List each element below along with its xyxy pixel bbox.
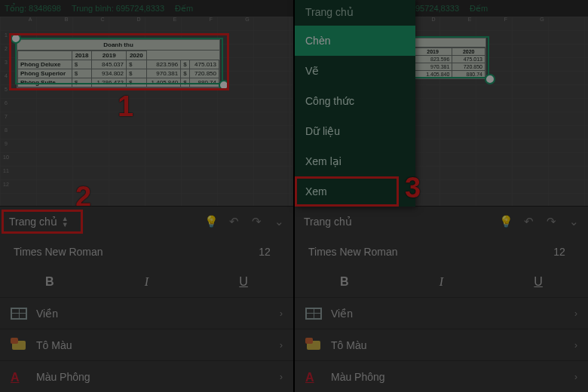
avg-stat: Trung bình: 695724,8333 <box>72 4 164 13</box>
font-color-icon: A <box>11 371 27 383</box>
chevron-right-icon: › <box>280 372 283 382</box>
borders-icon <box>305 308 322 320</box>
font-color-icon: A <box>305 371 322 383</box>
chevron-right-icon: › <box>280 308 283 319</box>
menu-header: Trang chủ <box>295 0 415 26</box>
bold-button[interactable]: B <box>340 275 349 289</box>
lightbulb-icon[interactable]: 💡 <box>498 213 514 230</box>
callout-3: 3 <box>405 172 421 204</box>
menu-item-data[interactable]: Dữ liệu <box>295 116 415 146</box>
font-name[interactable]: Times New Roman <box>14 246 250 258</box>
undo-icon[interactable]: ↶ <box>520 213 537 230</box>
tab-menu: Trang chủ Chèn Vẽ Công thức Dữ liệu Xem … <box>295 0 415 207</box>
font-color-item[interactable]: AMàu Phông› <box>295 360 588 392</box>
menu-item-insert[interactable]: Chèn <box>295 26 415 56</box>
redo-icon[interactable]: ↷ <box>543 213 559 230</box>
fill-icon <box>305 339 322 351</box>
callout-2-box <box>2 210 83 234</box>
status-bar: Tổng: 8348698 Trung bình: 695724,8333 Đế… <box>0 0 293 17</box>
borders-item[interactable]: Viền› <box>0 297 293 329</box>
fill-icon <box>11 339 27 351</box>
menu-item-draw[interactable]: Vẽ <box>295 56 415 86</box>
italic-button[interactable]: I <box>145 275 149 289</box>
selection-handle-br[interactable] <box>485 74 495 84</box>
redo-icon[interactable]: ↷ <box>248 213 265 230</box>
callout-2: 2 <box>75 181 91 206</box>
spreadsheet-area[interactable]: ABCDEFG 123456789101112 Doanh thu 201820… <box>0 17 293 206</box>
menu-item-review[interactable]: Xem lại <box>295 146 415 176</box>
underline-button[interactable]: U <box>239 275 248 289</box>
italic-button[interactable]: I <box>439 275 443 289</box>
collapse-icon[interactable]: ⌄ <box>565 213 582 230</box>
font-color-item[interactable]: A Màu Phông› <box>0 360 293 392</box>
chevron-right-icon: › <box>280 340 283 351</box>
fill-color-item[interactable]: Tô Màu› <box>0 329 293 360</box>
font-size[interactable]: 12 <box>544 246 574 258</box>
font-size[interactable]: 12 <box>250 246 280 258</box>
lightbulb-icon[interactable]: 💡 <box>203 213 219 230</box>
right-screenshot: Tổng: 8348698 Trung bình: 695724,8333 Đế… <box>295 0 588 392</box>
tab-selector[interactable]: Trang chủ <box>301 211 355 232</box>
callout-1: 1 <box>118 90 133 123</box>
font-name[interactable]: Times New Roman <box>308 246 544 258</box>
callout-3-box <box>295 176 399 207</box>
count-stat: Đếm <box>175 4 193 14</box>
underline-button[interactable]: U <box>534 275 543 289</box>
bold-button[interactable]: B <box>45 275 54 289</box>
toolbar: Trang chủ ▲▼ 💡 ↶ ↷ ⌄ Times New Roman 12 … <box>0 206 293 392</box>
menu-item-formulas[interactable]: Công thức <box>295 86 415 116</box>
callout-1-box <box>9 33 229 90</box>
collapse-icon[interactable]: ⌄ <box>271 213 287 230</box>
toolbar: Trang chủ 💡 ↶ ↷ ⌄ Times New Roman 12 B I… <box>295 206 588 392</box>
sum-stat: Tổng: 8348698 <box>5 4 61 14</box>
fill-color-item[interactable]: Tô Màu› <box>295 329 588 360</box>
borders-icon <box>11 308 27 320</box>
borders-item[interactable]: Viền› <box>295 297 588 329</box>
left-screenshot: Tổng: 8348698 Trung bình: 695724,8333 Đế… <box>0 0 293 392</box>
undo-icon[interactable]: ↶ <box>225 213 242 230</box>
